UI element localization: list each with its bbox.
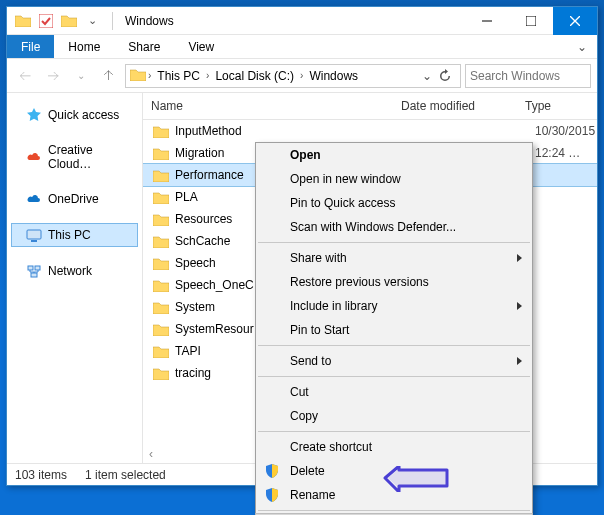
qat-dropdown-icon[interactable]: ⌄ bbox=[84, 13, 100, 29]
chevron-right-icon[interactable]: › bbox=[300, 70, 303, 81]
folder-icon bbox=[15, 13, 31, 29]
menu-separator bbox=[258, 376, 530, 377]
file-name: System bbox=[171, 300, 215, 314]
menu-label: Open bbox=[290, 148, 321, 162]
svg-rect-7 bbox=[28, 266, 33, 270]
pc-icon bbox=[26, 227, 42, 243]
folder-icon bbox=[151, 235, 171, 248]
menu-label: Pin to Start bbox=[290, 323, 349, 337]
cloud-icon bbox=[26, 191, 42, 207]
menu-separator bbox=[258, 345, 530, 346]
ribbon-tab-home[interactable]: Home bbox=[54, 35, 114, 58]
menu-item[interactable]: Restore previous versions bbox=[256, 270, 532, 294]
status-item-count: 103 items bbox=[15, 468, 67, 482]
qat-checkbox-icon[interactable] bbox=[38, 13, 54, 29]
menu-label: Scan with Windows Defender... bbox=[290, 220, 456, 234]
menu-label: Restore previous versions bbox=[290, 275, 429, 289]
folder-icon bbox=[151, 147, 171, 160]
menu-item[interactable]: Send to bbox=[256, 349, 532, 373]
maximize-button[interactable] bbox=[509, 7, 553, 35]
column-date[interactable]: Date modified bbox=[393, 93, 517, 119]
context-menu: OpenOpen in new windowPin to Quick acces… bbox=[255, 142, 533, 515]
file-name: Performance bbox=[171, 168, 250, 182]
file-row[interactable]: InputMethod bbox=[143, 120, 597, 142]
nav-up-button[interactable]: 🡡 bbox=[97, 64, 121, 88]
nav-label: This PC bbox=[48, 228, 91, 242]
menu-item[interactable]: Share with bbox=[256, 246, 532, 270]
crumb-this-pc[interactable]: This PC bbox=[153, 69, 204, 83]
folder-icon bbox=[130, 68, 146, 84]
ribbon-file[interactable]: File bbox=[7, 35, 54, 58]
search-box[interactable] bbox=[465, 64, 591, 88]
qat-folder-icon[interactable] bbox=[61, 13, 77, 29]
menu-label: Pin to Quick access bbox=[290, 196, 395, 210]
chevron-right-icon[interactable]: › bbox=[206, 70, 209, 81]
svg-rect-6 bbox=[31, 240, 37, 242]
address-dropdown-icon[interactable]: ⌄ bbox=[422, 69, 432, 83]
file-name: Migration bbox=[171, 146, 224, 160]
close-button[interactable] bbox=[553, 7, 597, 35]
folder-icon bbox=[151, 257, 171, 270]
nav-forward-button[interactable]: 🡢 bbox=[41, 64, 65, 88]
menu-label: Copy bbox=[290, 409, 318, 423]
nav-item[interactable]: OneDrive bbox=[11, 187, 138, 211]
scroll-left-hint[interactable]: ‹ bbox=[149, 447, 153, 461]
menu-item[interactable]: Pin to Quick access bbox=[256, 191, 532, 215]
nav-item[interactable]: This PC bbox=[11, 223, 138, 247]
qat: ⌄ bbox=[7, 13, 108, 29]
crumb-local-disk[interactable]: Local Disk (C:) bbox=[211, 69, 298, 83]
nav-item[interactable]: Network bbox=[11, 259, 138, 283]
menu-item[interactable]: Create shortcut bbox=[256, 435, 532, 459]
folder-icon bbox=[151, 323, 171, 336]
file-name: TAPI bbox=[171, 344, 201, 358]
chevron-right-icon[interactable]: › bbox=[148, 70, 151, 81]
file-name: tracing bbox=[171, 366, 211, 380]
folder-icon bbox=[151, 345, 171, 358]
column-headers: Name Date modified Type bbox=[143, 93, 597, 120]
menu-item[interactable]: Open in new window bbox=[256, 167, 532, 191]
nav-label: Creative Cloud… bbox=[48, 143, 131, 171]
file-name: Speech_OneC bbox=[171, 278, 254, 292]
ribbon-tab-view[interactable]: View bbox=[174, 35, 228, 58]
menu-label: Create shortcut bbox=[290, 440, 372, 454]
file-name: SystemResour bbox=[171, 322, 254, 336]
nav-item[interactable]: Quick access bbox=[11, 103, 138, 127]
refresh-button[interactable] bbox=[434, 65, 456, 87]
address-bar-row: 🡠 🡢 ⌄ 🡡 › This PC › Local Disk (C:) › Wi… bbox=[7, 59, 597, 93]
star-icon bbox=[26, 107, 42, 123]
svg-rect-2 bbox=[526, 16, 536, 26]
menu-item[interactable]: Include in library bbox=[256, 294, 532, 318]
folder-icon bbox=[151, 125, 171, 138]
file-name: InputMethod bbox=[171, 124, 242, 138]
network-icon bbox=[26, 263, 42, 279]
ribbon: File Home Share View ⌄ bbox=[7, 35, 597, 59]
menu-item[interactable]: Pin to Start bbox=[256, 318, 532, 342]
titlebar: ⌄ Windows bbox=[7, 7, 597, 35]
ribbon-tab-share[interactable]: Share bbox=[114, 35, 174, 58]
crumb-windows[interactable]: Windows bbox=[305, 69, 362, 83]
menu-separator bbox=[258, 431, 530, 432]
menu-item[interactable]: Copy bbox=[256, 404, 532, 428]
nav-item[interactable]: Creative Cloud… bbox=[11, 139, 138, 175]
file-name: PLA bbox=[171, 190, 198, 204]
minimize-button[interactable] bbox=[465, 7, 509, 35]
file-name: Speech bbox=[171, 256, 216, 270]
ribbon-expand-icon[interactable]: ⌄ bbox=[567, 35, 597, 58]
menu-label: Cut bbox=[290, 385, 309, 399]
menu-label: Send to bbox=[290, 354, 331, 368]
menu-item[interactable]: Scan with Windows Defender... bbox=[256, 215, 532, 239]
window-title: Windows bbox=[117, 14, 174, 28]
menu-item[interactable]: Open bbox=[256, 143, 532, 167]
nav-back-button[interactable]: 🡠 bbox=[13, 64, 37, 88]
folder-icon bbox=[151, 169, 171, 182]
file-name: SchCache bbox=[171, 234, 230, 248]
nav-recent-dropdown[interactable]: ⌄ bbox=[69, 64, 93, 88]
nav-label: OneDrive bbox=[48, 192, 99, 206]
search-input[interactable] bbox=[470, 69, 586, 83]
menu-item[interactable]: Cut bbox=[256, 380, 532, 404]
nav-label: Network bbox=[48, 264, 92, 278]
column-name[interactable]: Name bbox=[143, 93, 393, 119]
address-bar[interactable]: › This PC › Local Disk (C:) › Windows ⌄ bbox=[125, 64, 461, 88]
shield-icon bbox=[264, 487, 280, 503]
column-type[interactable]: Type bbox=[517, 93, 597, 119]
